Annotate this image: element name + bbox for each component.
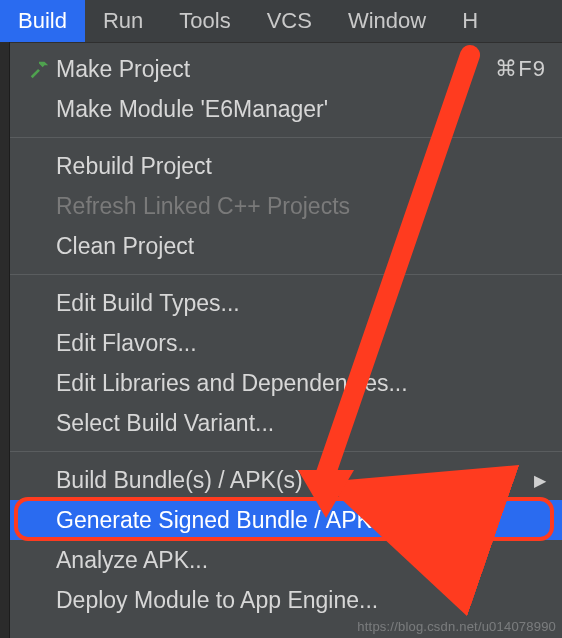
menu-separator [10,451,562,452]
menu-item-make-module-e6manager[interactable]: Make Module 'E6Manager' [10,89,562,129]
menu-item-label: Generate Signed Bundle / APK... [56,507,546,534]
menu-item-label: Edit Build Types... [56,290,546,317]
menu-item-generate-signed-bundle-apk[interactable]: Generate Signed Bundle / APK... [10,500,562,540]
menu-separator [10,274,562,275]
menubar-item-vcs[interactable]: VCS [249,0,330,42]
menu-item-label: Build Bundle(s) / APK(s) [56,467,524,494]
menu-item-edit-flavors[interactable]: Edit Flavors... [10,323,562,363]
menu-item-edit-build-types[interactable]: Edit Build Types... [10,283,562,323]
menu-item-select-build-variant[interactable]: Select Build Variant... [10,403,562,443]
menubar-item-run[interactable]: Run [85,0,161,42]
menu-item-label: Clean Project [56,233,546,260]
menu-item-edit-libraries-and-dependencies[interactable]: Edit Libraries and Dependencies... [10,363,562,403]
menubar-item-tools[interactable]: Tools [161,0,248,42]
menu-item-shortcut: ⌘F9 [495,56,546,82]
menu-item-label: Make Module 'E6Manager' [56,96,546,123]
menubar-item-label: Run [103,8,143,34]
menu-item-clean-project[interactable]: Clean Project [10,226,562,266]
watermark-text: https://blog.csdn.net/u014078990 [357,619,556,634]
menubar-item-label: Build [18,8,67,34]
menubar-item-window[interactable]: Window [330,0,444,42]
menu-item-analyze-apk[interactable]: Analyze APK... [10,540,562,580]
menu-item-label: Refresh Linked C++ Projects [56,193,546,220]
menu-item-deploy-module-to-app-engine[interactable]: Deploy Module to App Engine... [10,580,562,620]
menubar-item-h[interactable]: H [444,0,496,42]
menu-item-make-project[interactable]: Make Project⌘F9 [10,49,562,89]
menu-item-label: Rebuild Project [56,153,546,180]
menu-item-build-bundle-s-apk-s[interactable]: Build Bundle(s) / APK(s)▶ [10,460,562,500]
menu-separator [10,137,562,138]
menubar-item-label: H [462,8,478,34]
menu-item-refresh-linked-c-projects: Refresh Linked C++ Projects [10,186,562,226]
menubar-item-label: Window [348,8,426,34]
menu-item-label: Select Build Variant... [56,410,546,437]
menu-item-label: Deploy Module to App Engine... [56,587,546,614]
menu-item-label: Analyze APK... [56,547,546,574]
menu-item-rebuild-project[interactable]: Rebuild Project [10,146,562,186]
hammer-icon [22,58,56,80]
menubar: BuildRunToolsVCSWindowH [0,0,562,42]
build-menu-dropdown: Make Project⌘F9Make Module 'E6Manager'Re… [10,42,562,638]
menubar-item-label: VCS [267,8,312,34]
menubar-item-build[interactable]: Build [0,0,85,42]
submenu-arrow-icon: ▶ [534,471,546,490]
menu-item-label: Edit Flavors... [56,330,546,357]
menu-item-label: Edit Libraries and Dependencies... [56,370,546,397]
menu-item-label: Make Project [56,56,483,83]
menubar-item-label: Tools [179,8,230,34]
editor-gutter-strip [0,42,10,638]
